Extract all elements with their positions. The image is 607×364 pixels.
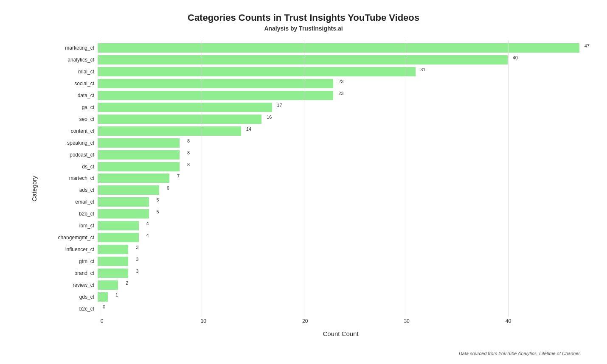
bar-fill: 2 bbox=[98, 280, 118, 290]
bar-label: podcast_ct bbox=[45, 152, 98, 158]
bar-row: b2b_ct5 bbox=[45, 208, 579, 220]
bar-label: influencer_ct bbox=[45, 246, 98, 252]
plot-area: marketing_ct47analytics_ct40mlai_ct31soc… bbox=[45, 40, 579, 337]
bar-row: influencer_ct3 bbox=[45, 244, 579, 255]
bar-label: ibm_ct bbox=[45, 223, 98, 229]
bar-track: 6 bbox=[98, 185, 579, 195]
bar-track: 5 bbox=[98, 197, 579, 207]
x-tick: 0 bbox=[101, 318, 104, 324]
bar-row: martech_ct7 bbox=[45, 172, 579, 184]
bar-fill: 4 bbox=[98, 233, 139, 242]
bar-value-label: 5 bbox=[157, 197, 159, 202]
bar-value-label: 3 bbox=[136, 269, 138, 274]
bar-fill: 31 bbox=[98, 67, 416, 76]
bar-row: changemgmt_ct4 bbox=[45, 232, 579, 244]
bar-row: ibm_ct4 bbox=[45, 220, 579, 232]
bar-track: 3 bbox=[98, 245, 579, 254]
bar-value-label: 2 bbox=[126, 280, 128, 286]
bar-label: seo_ct bbox=[45, 116, 98, 122]
bar-fill: 4 bbox=[98, 221, 139, 230]
bar-label: martech_ct bbox=[45, 175, 98, 181]
bar-track: 1 bbox=[98, 292, 579, 302]
bar-fill: 6 bbox=[98, 185, 159, 195]
bar-fill: 14 bbox=[98, 126, 241, 136]
bar-track: 7 bbox=[98, 174, 579, 183]
bar-value-label: 0 bbox=[103, 304, 105, 309]
chart-area: Category marketing_ct47analytics_ct40mla… bbox=[28, 40, 579, 337]
bar-row: social_ct23 bbox=[45, 78, 579, 90]
bar-fill: 7 bbox=[98, 174, 169, 183]
bar-value-label: 3 bbox=[136, 257, 138, 262]
bar-label: social_ct bbox=[45, 81, 98, 87]
grid-and-bars: marketing_ct47analytics_ct40mlai_ct31soc… bbox=[45, 40, 579, 316]
x-tick: 40 bbox=[506, 318, 511, 324]
bar-row: email_ct5 bbox=[45, 196, 579, 208]
x-tick: 30 bbox=[404, 318, 409, 324]
y-axis-label: Category bbox=[28, 40, 40, 337]
bar-label: analytics_ct bbox=[45, 57, 98, 63]
bar-fill: 23 bbox=[98, 79, 333, 88]
bar-label: ds_ct bbox=[45, 164, 98, 170]
bar-value-label: 4 bbox=[146, 233, 149, 238]
bar-value-label: 14 bbox=[246, 126, 251, 132]
bar-value-label: 5 bbox=[157, 209, 159, 214]
bar-fill: 5 bbox=[98, 197, 149, 207]
bar-value-label: 7 bbox=[177, 174, 180, 179]
bar-row: ds_ct8 bbox=[45, 161, 579, 173]
bar-value-label: 6 bbox=[167, 185, 169, 190]
bar-track: 0 bbox=[98, 304, 579, 314]
x-ticks: 010203040 bbox=[102, 318, 579, 327]
bar-label: review_ct bbox=[45, 282, 98, 288]
bar-row: gtm_ct3 bbox=[45, 255, 579, 267]
bar-track: 8 bbox=[98, 162, 579, 171]
bars-section: marketing_ct47analytics_ct40mlai_ct31soc… bbox=[45, 40, 579, 316]
bar-track: 3 bbox=[98, 257, 579, 266]
bar-fill: 5 bbox=[98, 209, 149, 218]
bar-track: 8 bbox=[98, 150, 579, 160]
bar-value-label: 31 bbox=[420, 67, 425, 72]
bar-value-label: 1 bbox=[115, 292, 118, 297]
bar-row: analytics_ct40 bbox=[45, 54, 579, 66]
bar-row: b2c_ct0 bbox=[45, 303, 579, 315]
x-axis-label: Count Count bbox=[102, 330, 579, 337]
bar-fill: 1 bbox=[98, 292, 108, 302]
bar-fill: 8 bbox=[98, 162, 180, 171]
bar-track: 40 bbox=[98, 55, 579, 64]
bar-row: gds_ct1 bbox=[45, 291, 579, 303]
bar-track: 4 bbox=[98, 233, 579, 242]
bar-track: 4 bbox=[98, 221, 579, 230]
bar-value-label: 40 bbox=[513, 55, 518, 60]
bar-value-label: 8 bbox=[187, 150, 190, 155]
bar-row: seo_ct16 bbox=[45, 113, 579, 125]
bar-value-label: 4 bbox=[146, 221, 149, 226]
chart-title: Categories Counts in Trust Insights YouT… bbox=[28, 12, 579, 23]
bar-label: speaking_ct bbox=[45, 140, 98, 146]
bar-label: content_ct bbox=[45, 128, 98, 134]
bar-label: data_ct bbox=[45, 92, 98, 98]
bar-label: b2b_ct bbox=[45, 211, 98, 217]
bar-row: content_ct14 bbox=[45, 125, 579, 137]
rows-wrapper: marketing_ct47analytics_ct40mlai_ct31soc… bbox=[45, 40, 579, 316]
bar-track: 23 bbox=[98, 79, 579, 88]
bar-value-label: 8 bbox=[187, 138, 190, 143]
bar-value-label: 8 bbox=[187, 162, 190, 167]
bar-label: ga_ct bbox=[45, 104, 98, 110]
bar-label: ads_ct bbox=[45, 187, 98, 193]
x-axis-area: 010203040 Count Count bbox=[102, 316, 579, 337]
bar-track: 5 bbox=[98, 209, 579, 218]
bar-row: ads_ct6 bbox=[45, 184, 579, 196]
bar-label: marketing_ct bbox=[45, 45, 98, 51]
bar-row: podcast_ct8 bbox=[45, 149, 579, 161]
bar-row: brand_ct3 bbox=[45, 267, 579, 279]
bar-row: marketing_ct47 bbox=[45, 42, 579, 54]
bar-label: changemgmt_ct bbox=[45, 235, 98, 241]
bar-fill: 8 bbox=[98, 150, 180, 160]
bar-fill: 3 bbox=[98, 257, 128, 266]
bar-fill: 3 bbox=[98, 245, 128, 254]
bar-label: gtm_ct bbox=[45, 258, 98, 264]
bar-track: 3 bbox=[98, 269, 579, 278]
x-tick: 10 bbox=[201, 318, 206, 324]
bar-fill: 40 bbox=[98, 55, 508, 64]
bar-row: review_ct2 bbox=[45, 279, 579, 291]
bar-value-label: 16 bbox=[267, 115, 272, 120]
